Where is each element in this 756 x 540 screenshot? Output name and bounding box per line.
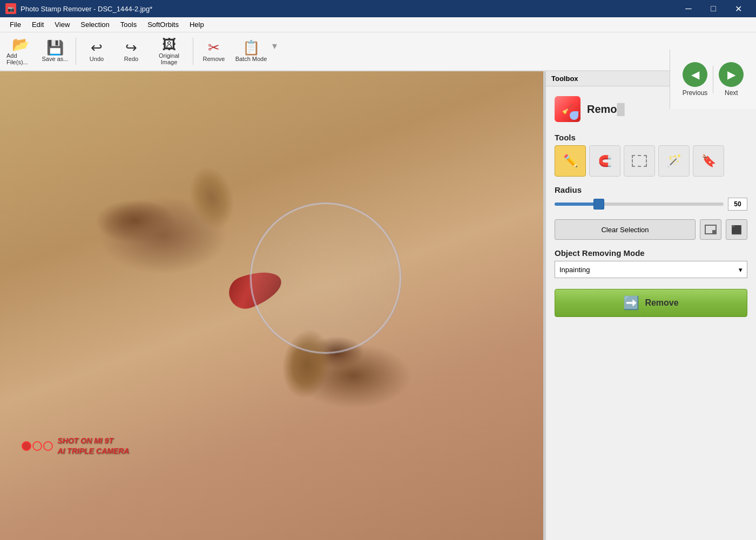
circle-1 bbox=[22, 441, 31, 451]
original-image-label: Original Image bbox=[152, 52, 186, 65]
nav-separator bbox=[713, 66, 713, 93]
remove-button-label: Remove bbox=[645, 298, 678, 308]
main-area: SHOT ON MI 9T AI TRIPLE CAMERA Toolbox ✕… bbox=[0, 71, 756, 540]
watermark-line2: AI TRIPLE CAMERA bbox=[57, 446, 129, 456]
select-all-button[interactable] bbox=[700, 219, 721, 240]
toolbar-separator-2 bbox=[193, 38, 193, 65]
add-files-icon: 📂 bbox=[12, 37, 29, 51]
redo-icon: ↪ bbox=[125, 40, 137, 55]
remove-toolbar-icon: ✂ bbox=[208, 40, 220, 55]
menu-selection[interactable]: Selection bbox=[75, 18, 114, 31]
sand-background bbox=[0, 71, 543, 540]
stamp-tool-button[interactable]: 🔖 bbox=[693, 145, 724, 177]
mode-section: Object Removing Mode Inpainting ▾ bbox=[555, 248, 747, 278]
remove-button-icon: ➡️ bbox=[623, 295, 639, 310]
toolbox-logo: 🧹 bbox=[555, 96, 580, 122]
nav-area: ◀ Previous ▶ Next bbox=[670, 50, 756, 109]
remove-button[interactable]: ➡️ Remove bbox=[555, 289, 747, 317]
circle-2 bbox=[32, 441, 42, 451]
object-removing-mode-label: Object Removing Mode bbox=[555, 248, 747, 258]
rect-select-tool-button[interactable] bbox=[624, 145, 655, 177]
rect-select-icon bbox=[632, 155, 647, 167]
wand-tool-button[interactable]: 🪄 bbox=[658, 145, 690, 177]
watermark-line1: SHOT ON MI 9T bbox=[57, 436, 129, 446]
toolbar: 📂 Add File(s)... 💾 Save as... ↩ Undo ↪ R… bbox=[0, 32, 756, 71]
eraser-tool-button[interactable]: 🧲 bbox=[589, 145, 620, 177]
menu-softorbits[interactable]: SoftOrbits bbox=[142, 18, 184, 31]
previous-icon: ◀ bbox=[683, 62, 707, 87]
save-icon: 💾 bbox=[46, 40, 64, 55]
next-label: Next bbox=[725, 89, 738, 97]
menu-bar: File Edit View Selection Tools SoftOrbit… bbox=[0, 17, 756, 32]
tools-label: Tools bbox=[555, 133, 747, 142]
image-display: SHOT ON MI 9T AI TRIPLE CAMERA bbox=[0, 71, 543, 540]
stamp-tool-icon: 🔖 bbox=[701, 154, 716, 168]
tools-section: Tools ✏️ 🧲 🪄 bbox=[555, 133, 747, 177]
dropdown-arrow[interactable]: ▾ bbox=[272, 40, 277, 52]
save-as-button[interactable]: 💾 Save as... bbox=[39, 35, 71, 68]
menu-help[interactable]: Help bbox=[184, 18, 210, 31]
previous-button[interactable]: ◀ Previous bbox=[683, 62, 708, 97]
save-as-label: Save as... bbox=[42, 56, 69, 62]
batch-mode-label: Batch Mode bbox=[235, 56, 267, 62]
previous-label: Previous bbox=[683, 89, 708, 97]
brush-tool-button[interactable]: ✏️ bbox=[555, 145, 586, 177]
undo-label: Undo bbox=[90, 56, 104, 62]
batch-mode-button[interactable]: 📋 Batch Mode bbox=[232, 35, 270, 68]
add-files-label: Add File(s)... bbox=[6, 52, 35, 65]
brush-tool-icon: ✏️ bbox=[563, 154, 578, 168]
next-button[interactable]: ▶ Next bbox=[719, 62, 744, 97]
eraser-tool-icon: 🧲 bbox=[598, 154, 612, 167]
next-icon: ▶ bbox=[719, 62, 744, 87]
mode-value: Inpainting bbox=[559, 266, 590, 274]
redo-button[interactable]: ↪ Redo bbox=[115, 35, 147, 68]
menu-tools[interactable]: Tools bbox=[115, 18, 142, 31]
app-icon: 📷 bbox=[5, 3, 16, 14]
window-title: Photo Stamp Remover - DSC_1444-2.jpg* bbox=[21, 5, 676, 13]
close-button[interactable]: ✕ bbox=[726, 0, 751, 17]
clear-selection-button[interactable]: Clear Selection bbox=[555, 219, 696, 240]
tools-row: ✏️ 🧲 🪄 🔖 bbox=[555, 145, 747, 177]
toolbox-panel: Toolbox ✕ 🧹 Remo█ Tools ✏️ bbox=[545, 71, 756, 540]
radius-value[interactable]: 50 bbox=[728, 198, 747, 211]
clear-selection-label: Clear Selection bbox=[601, 226, 649, 234]
radius-section: Radius 50 bbox=[555, 185, 747, 211]
add-files-button[interactable]: 📂 Add File(s)... bbox=[4, 35, 37, 68]
dropdown-chevron-icon: ▾ bbox=[739, 266, 742, 274]
toolbox-content: 🧹 Remo█ Tools ✏️ 🧲 bbox=[546, 86, 756, 322]
radius-label: Radius bbox=[555, 185, 747, 194]
batch-mode-icon: 📋 bbox=[242, 40, 260, 55]
radius-slider-track[interactable] bbox=[555, 202, 724, 206]
menu-file[interactable]: File bbox=[4, 18, 26, 31]
remove-toolbar-button[interactable]: ✂ Remove bbox=[198, 35, 230, 68]
toolbox-title: Toolbox bbox=[551, 75, 578, 83]
wand-tool-icon: 🪄 bbox=[667, 154, 681, 168]
action-row: Clear Selection ⬛ bbox=[555, 219, 747, 240]
undo-icon: ↩ bbox=[91, 40, 103, 55]
maximize-button[interactable]: □ bbox=[701, 0, 726, 17]
radius-slider-thumb[interactable] bbox=[593, 199, 604, 210]
watermark-area: SHOT ON MI 9T AI TRIPLE CAMERA bbox=[22, 436, 129, 455]
undo-button[interactable]: ↩ Undo bbox=[80, 35, 113, 68]
select-all-icon bbox=[705, 225, 717, 234]
mode-dropdown[interactable]: Inpainting ▾ bbox=[555, 261, 747, 278]
toolbar-separator-1 bbox=[76, 38, 76, 65]
window-controls: ─ □ ✕ bbox=[676, 0, 751, 17]
toolbox-panel-title: Remo█ bbox=[587, 103, 625, 116]
logo-eraser-icon: 🧹 bbox=[562, 103, 573, 115]
radius-row: 50 bbox=[555, 198, 747, 211]
menu-edit[interactable]: Edit bbox=[26, 18, 49, 31]
original-image-button[interactable]: 🖼 Original Image bbox=[150, 35, 188, 68]
remove-toolbar-label: Remove bbox=[203, 56, 225, 62]
deselect-button[interactable]: ⬛ bbox=[726, 219, 747, 240]
watermark-circles bbox=[22, 441, 53, 451]
minimize-button[interactable]: ─ bbox=[676, 0, 701, 17]
redo-label: Redo bbox=[124, 56, 138, 62]
watermark-text: SHOT ON MI 9T AI TRIPLE CAMERA bbox=[57, 436, 129, 455]
canvas-area[interactable]: SHOT ON MI 9T AI TRIPLE CAMERA bbox=[0, 71, 543, 540]
radius-slider-fill bbox=[555, 202, 597, 206]
circle-3 bbox=[43, 441, 53, 451]
menu-view[interactable]: View bbox=[49, 18, 75, 31]
original-image-icon: 🖼 bbox=[162, 37, 176, 51]
deselect-icon: ⬛ bbox=[731, 225, 742, 235]
